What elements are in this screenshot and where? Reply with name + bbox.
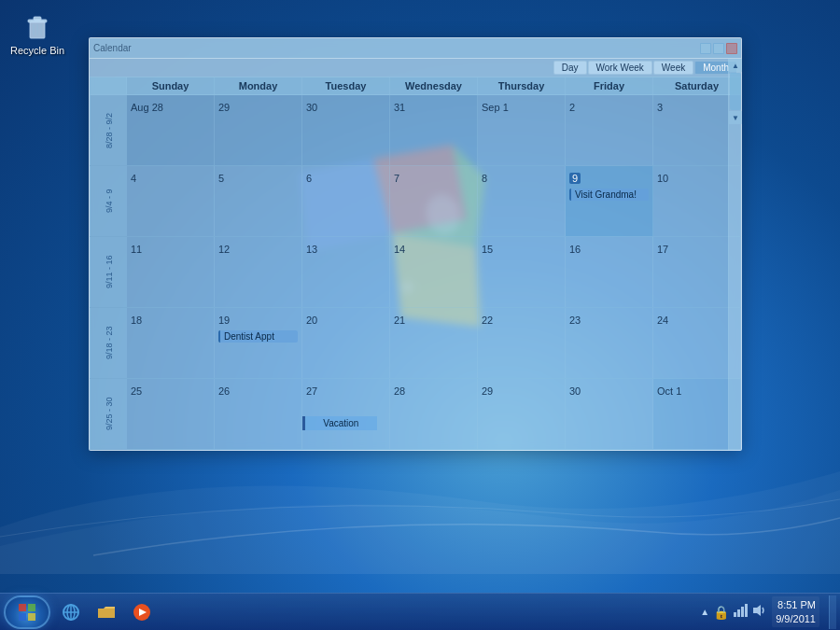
svg-rect-20 <box>741 607 744 617</box>
taskbar-icons <box>54 595 694 629</box>
week-label-2: 9/4 - 9 <box>90 166 127 236</box>
calendar-window: Calendar Day Work Week Week Month Sunday… <box>89 37 742 451</box>
view-week-button[interactable]: Week <box>653 61 693 75</box>
calendar-header: Sunday Monday Tuesday Wednesday Thursday… <box>90 77 741 95</box>
day-aug31[interactable]: 31 <box>390 95 478 165</box>
titlebar-text: Calendar <box>93 43 132 53</box>
tray-volume-icon[interactable] <box>751 603 766 621</box>
clock-date: 9/9/2011 <box>776 612 816 625</box>
titlebar-controls <box>698 43 737 54</box>
week-label-1: 8/28 - 9/2 <box>90 95 127 165</box>
day-aug30[interactable]: 30 <box>302 95 390 165</box>
view-buttons-bar: Day Work Week Week Month <box>90 59 741 77</box>
svg-rect-21 <box>745 604 748 617</box>
tray-arrow-icon[interactable]: ▲ <box>700 607 709 617</box>
week-label-4: 9/18 - 23 <box>90 308 127 378</box>
week-row-3: 9/11 - 16 11 12 13 14 15 16 17 <box>90 237 741 308</box>
week-row-2: 9/4 - 9 4 5 6 7 8 9 Visit Grandma! 10 <box>90 166 741 237</box>
header-monday: Monday <box>215 77 302 94</box>
scroll-thumb[interactable] <box>730 73 741 110</box>
close-button[interactable] <box>726 43 737 54</box>
header-thursday: Thursday <box>478 77 566 94</box>
svg-rect-19 <box>737 609 740 617</box>
view-day-button[interactable]: Day <box>553 61 587 75</box>
day-sep13[interactable]: 13 <box>302 237 390 307</box>
tray-network-icon[interactable] <box>733 603 748 621</box>
system-clock[interactable]: 8:51 PM 9/9/2011 <box>772 596 819 627</box>
day-sep15[interactable]: 15 <box>478 237 566 307</box>
day-sep19[interactable]: 19 Dentist Appt <box>215 308 302 378</box>
svg-rect-18 <box>734 612 736 617</box>
header-sunday: Sunday <box>127 77 215 94</box>
day-sep8[interactable]: 8 <box>478 166 566 236</box>
maximize-button[interactable] <box>713 43 724 54</box>
day-sep29[interactable]: 29 <box>478 379 566 449</box>
day-aug29[interactable]: 29 <box>215 95 302 165</box>
header-friday: Friday <box>566 77 653 94</box>
svg-rect-8 <box>19 604 26 611</box>
day-sep4[interactable]: 4 <box>127 166 215 236</box>
media-player-icon[interactable] <box>125 595 159 629</box>
week-row-5: 9/25 - 30 25 26 27 Vacation 28 29 30 Oct… <box>90 379 741 450</box>
day-sep22[interactable]: 22 <box>478 308 566 378</box>
week-row-4: 9/18 - 23 18 19 Dentist Appt 20 21 22 23… <box>90 308 741 379</box>
event-vacation[interactable]: Vacation <box>302 416 377 430</box>
day-sep20[interactable]: 20 <box>302 308 390 378</box>
day-sep12[interactable]: 12 <box>215 237 302 307</box>
tray-icons: ▲ 🔒 <box>700 603 766 621</box>
recycle-bin-label: Recycle Bin <box>10 45 64 56</box>
day-sep11[interactable]: 11 <box>127 237 215 307</box>
calendar-scrollbar[interactable]: ▲ ▼ <box>728 59 741 450</box>
day-sep2[interactable]: 2 <box>566 95 653 165</box>
folder-icon[interactable] <box>90 595 123 629</box>
event-dentist[interactable]: Dentist Appt <box>218 330 298 343</box>
day-sep9[interactable]: 9 Visit Grandma! <box>566 166 653 236</box>
day-sep1[interactable]: Sep 1 <box>478 95 566 165</box>
day-sep28[interactable]: 28 <box>390 379 478 449</box>
day-sep30[interactable]: 30 <box>566 379 653 449</box>
desktop: Recycle Bin ✛ Calendar <box>0 0 840 630</box>
ie-icon[interactable] <box>54 595 88 629</box>
event-visit-grandma[interactable]: Visit Grandma! <box>569 189 649 201</box>
start-button[interactable] <box>4 595 50 629</box>
view-workweek-button[interactable]: Work Week <box>588 61 652 75</box>
system-tray: ▲ 🔒 8:51 PM <box>694 596 825 627</box>
week-label-3: 9/11 - 16 <box>90 237 127 307</box>
week-row-1: 8/28 - 9/2 Aug 28 29 30 31 Sep 1 2 3 <box>90 95 741 166</box>
svg-rect-9 <box>28 604 35 611</box>
day-sep23[interactable]: 23 <box>566 308 653 378</box>
header-wednesday: Wednesday <box>390 77 478 94</box>
tray-security-icon[interactable]: 🔒 <box>713 605 729 620</box>
day-sep7[interactable]: 7 <box>390 166 478 236</box>
day-sep14[interactable]: 14 <box>390 237 478 307</box>
header-tuesday: Tuesday <box>302 77 390 94</box>
calendar-body: 8/28 - 9/2 Aug 28 29 30 31 Sep 1 2 3 9/4… <box>90 95 741 450</box>
scroll-down-arrow[interactable]: ▼ <box>729 111 742 124</box>
day-sep5[interactable]: 5 <box>215 166 302 236</box>
week-label-5: 9/25 - 30 <box>90 379 127 449</box>
week-col-header <box>90 77 127 94</box>
calendar-titlebar: Calendar <box>90 38 741 59</box>
minimize-button[interactable] <box>700 43 711 54</box>
day-sep16[interactable]: 16 <box>566 237 653 307</box>
recycle-bin[interactable]: Recycle Bin <box>9 7 65 56</box>
day-sep25[interactable]: 25 <box>127 379 215 449</box>
show-desktop-button[interactable] <box>829 595 836 629</box>
day-sep6[interactable]: 6 <box>302 166 390 236</box>
svg-rect-10 <box>19 613 26 621</box>
day-sep21[interactable]: 21 <box>390 308 478 378</box>
day-sep18[interactable]: 18 <box>127 308 215 378</box>
svg-rect-2 <box>34 17 41 21</box>
taskbar: ▲ 🔒 8:51 PM <box>0 593 840 630</box>
recycle-bin-icon <box>20 7 55 43</box>
scroll-up-arrow[interactable]: ▲ <box>729 59 742 72</box>
day-aug28[interactable]: Aug 28 <box>127 95 215 165</box>
svg-rect-11 <box>28 613 35 621</box>
day-sep26[interactable]: 26 <box>215 379 302 449</box>
clock-time: 8:51 PM <box>776 598 816 611</box>
day-sep27[interactable]: 27 Vacation <box>302 379 390 449</box>
